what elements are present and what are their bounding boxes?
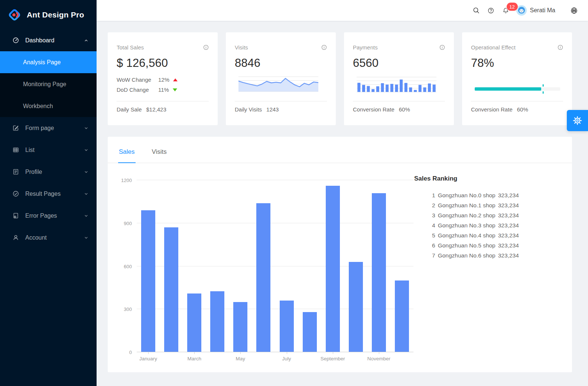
- x-axis-tick-label: January: [139, 356, 157, 361]
- notifications-button[interactable]: 12: [498, 0, 513, 21]
- info-icon[interactable]: [558, 45, 563, 50]
- x-axis-line: [137, 352, 413, 352]
- ranking-shop-name: Gongzhuan No.1 shop: [438, 200, 496, 210]
- ranking-row[interactable]: 7 Gongzhuan No.6 shop 323,234: [432, 250, 565, 260]
- sales-bar-march[interactable]: [187, 293, 201, 352]
- sidebar-item-dashboard[interactable]: Dashboard: [0, 29, 97, 51]
- sidebar-item-account[interactable]: Account: [0, 227, 97, 249]
- sales-bar-may[interactable]: [233, 302, 247, 352]
- sales-bar-october[interactable]: [349, 262, 363, 352]
- search-icon: [473, 7, 480, 14]
- operational-progress-fill: [475, 87, 541, 91]
- sidebar-item-workbench[interactable]: Workbench: [0, 95, 97, 117]
- ranking-total: 323,234: [498, 230, 519, 240]
- sidebar-item-error-pages[interactable]: Error Pages: [0, 205, 97, 227]
- sales-ranking: Sales Ranking 1 Gongzhuan No.0 shop 323,…: [414, 175, 565, 260]
- ranking-total: 323,234: [498, 250, 519, 260]
- sales-ranking-list: 1 Gongzhuan No.0 shop 323,234 2 Gongzhua…: [414, 190, 565, 260]
- ranking-row[interactable]: 4 Gongzhuan No.3 shop 323,234: [432, 220, 565, 230]
- sidebar: Ant Design Pro Dashboard Analysis Page M…: [0, 0, 97, 386]
- check-circle-icon: [13, 191, 19, 197]
- tab-sales[interactable]: Sales: [118, 148, 136, 163]
- x-axis-tick-label: November: [367, 356, 390, 361]
- ranking-row[interactable]: 2 Gongzhuan No.1 shop 323,234: [432, 200, 565, 210]
- sidebar-item-label: Account: [25, 234, 47, 241]
- chevron-down-icon: [84, 236, 88, 240]
- info-icon[interactable]: [321, 45, 327, 50]
- sidebar-item-label: Analysis Page: [23, 59, 61, 66]
- x-axis-tick-mark: [333, 352, 333, 354]
- sales-bar-january[interactable]: [141, 210, 155, 352]
- card-title: Payments: [353, 44, 378, 51]
- sales-bar-june[interactable]: [256, 203, 270, 352]
- chevron-down-icon: [84, 126, 88, 130]
- search-button[interactable]: [469, 0, 484, 21]
- avatar: [516, 5, 527, 16]
- x-axis-tick-mark: [194, 352, 195, 354]
- user-menu[interactable]: Serati Ma: [513, 0, 558, 21]
- stat-cards-row: Total Sales $ 126,560 WoW Change 12% DoD…: [108, 32, 572, 125]
- sidebar-item-result-pages[interactable]: Result Pages: [0, 183, 97, 205]
- payments-minibar-chart: [357, 75, 436, 93]
- visits-sparkline-chart: [238, 75, 318, 93]
- ranking-row[interactable]: 6 Gongzhuan No.5 shop 323,234: [432, 240, 565, 250]
- y-axis-tick-label: 0: [129, 350, 132, 355]
- operational-effect-card: Operational Effect 78% Conversion Rate 6…: [462, 32, 572, 125]
- sidebar-item-analysis-page[interactable]: Analysis Page: [0, 51, 97, 73]
- footer-value: 60%: [399, 106, 410, 114]
- user-icon: [13, 234, 19, 241]
- language-button[interactable]: [566, 0, 581, 21]
- footer-label: Conversion Rate: [471, 106, 513, 114]
- sidebar-item-list[interactable]: List: [0, 139, 97, 161]
- ranking-rank: 4: [432, 220, 435, 230]
- sidebar-item-label: List: [25, 147, 35, 153]
- sales-bar-february[interactable]: [164, 227, 178, 352]
- total-sales-value: $ 126,560: [117, 55, 168, 71]
- dashboard-icon: [13, 37, 19, 43]
- sidebar-item-label: Monitoring Page: [23, 81, 66, 88]
- ranking-row[interactable]: 5 Gongzhuan No.4 shop 323,234: [432, 230, 565, 240]
- y-axis-tick-label: 300: [124, 306, 132, 312]
- logo[interactable]: Ant Design Pro: [0, 0, 97, 29]
- sales-bar-august[interactable]: [303, 312, 317, 352]
- ranking-total: 323,234: [498, 190, 519, 200]
- sales-bar-april[interactable]: [210, 291, 224, 352]
- tab-visits[interactable]: Visits: [151, 148, 168, 163]
- gridline: [137, 180, 413, 180]
- theme-settings-button[interactable]: [567, 110, 588, 131]
- wow-change-row: WoW Change 12%: [117, 75, 178, 85]
- footer-label: Conversion Rate: [353, 106, 394, 114]
- sales-bar-december[interactable]: [395, 280, 409, 352]
- ranking-shop-name: Gongzhuan No.4 shop: [438, 230, 496, 240]
- sidebar-item-form-page[interactable]: Form page: [0, 117, 97, 139]
- ranking-rank: 5: [432, 230, 435, 240]
- ranking-rank: 2: [432, 200, 435, 210]
- sales-bar-september[interactable]: [326, 186, 340, 352]
- divider: [235, 101, 327, 101]
- info-icon[interactable]: [203, 45, 209, 50]
- ranking-shop-name: Gongzhuan No.6 shop: [438, 250, 496, 260]
- form-icon: [13, 125, 19, 131]
- file-warning-icon: [13, 213, 19, 219]
- total-sales-card: Total Sales $ 126,560 WoW Change 12% DoD…: [108, 32, 218, 125]
- sidebar-item-profile[interactable]: Profile: [0, 161, 97, 183]
- chevron-down-icon: [84, 192, 88, 196]
- x-axis-tick-label: September: [321, 356, 345, 361]
- x-axis-tick-mark: [287, 352, 287, 354]
- ranking-total: 323,234: [498, 200, 519, 210]
- ranking-total: 323,234: [498, 210, 519, 220]
- notification-badge: 12: [507, 3, 518, 11]
- caret-up-icon: [173, 78, 178, 81]
- x-axis-tick-label: May: [236, 356, 246, 361]
- ranking-row[interactable]: 1 Gongzhuan No.0 shop 323,234: [432, 190, 565, 200]
- ranking-row[interactable]: 3 Gongzhuan No.2 shop 323,234: [432, 210, 565, 220]
- sales-bar-july[interactable]: [280, 301, 294, 352]
- divider: [471, 101, 563, 101]
- footer-value: 1243: [266, 106, 279, 114]
- dod-change-value: 11%: [158, 85, 169, 95]
- help-button[interactable]: [484, 0, 498, 21]
- info-icon[interactable]: [439, 45, 445, 50]
- sales-bar-november[interactable]: [372, 193, 386, 352]
- sidebar-item-monitoring-page[interactable]: Monitoring Page: [0, 73, 97, 95]
- header-actions: 12 Serati Ma: [469, 0, 581, 21]
